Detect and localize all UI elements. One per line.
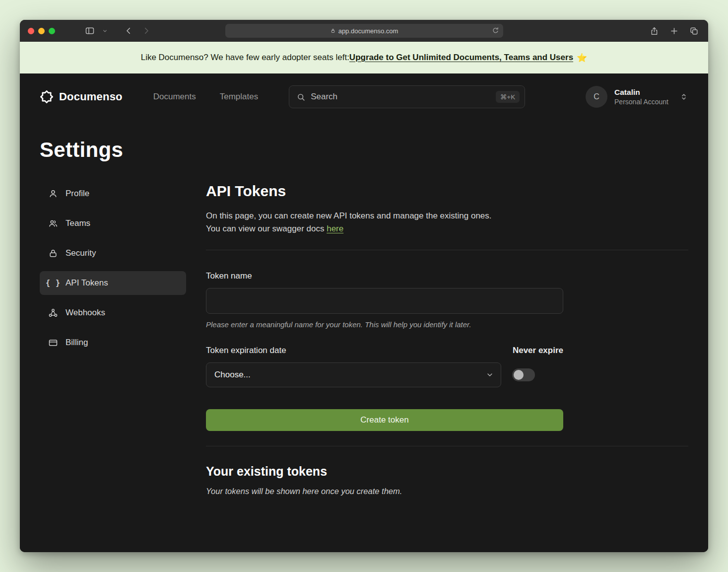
lock-icon bbox=[48, 248, 59, 258]
documenso-logo-icon bbox=[40, 90, 54, 104]
existing-tokens-empty-text: Your tokens will be shown here once you … bbox=[206, 487, 688, 496]
search-placeholder: Search bbox=[311, 92, 491, 102]
account-menu[interactable]: C Catalin Personal Account bbox=[586, 86, 688, 108]
toggle-knob bbox=[514, 370, 524, 380]
sidebar-item-webhooks[interactable]: Webhooks bbox=[40, 301, 186, 325]
users-icon bbox=[48, 218, 59, 228]
sidebar-item-label: Profile bbox=[66, 189, 89, 199]
chevrons-up-down-icon bbox=[679, 92, 688, 101]
sidebar-item-profile[interactable]: Profile bbox=[40, 182, 186, 206]
never-expire-label: Never expire bbox=[513, 346, 563, 356]
browser-window: app.documenso.com Like Documenso? We hav… bbox=[20, 20, 708, 552]
divider bbox=[206, 250, 688, 250]
api-tokens-panel: API Tokens On this page, you can create … bbox=[206, 182, 688, 496]
token-name-hint: Please enter a meaningful name for your … bbox=[206, 320, 688, 329]
settings-nav: Profile Teams Security { } API Token bbox=[40, 182, 186, 360]
tab-overview-icon[interactable] bbox=[687, 24, 700, 37]
sidebar-item-billing[interactable]: Billing bbox=[40, 331, 186, 355]
expiration-select-value: Choose... bbox=[214, 370, 251, 380]
page-title: Settings bbox=[40, 138, 688, 162]
existing-tokens-title: Your existing tokens bbox=[206, 464, 688, 479]
top-nav: Documents Templates bbox=[153, 92, 258, 102]
app-header: Documenso Documents Templates Search ⌘+K… bbox=[40, 73, 688, 120]
brand[interactable]: Documenso bbox=[40, 90, 123, 104]
never-expire-toggle[interactable] bbox=[512, 368, 535, 381]
tls-lock-icon bbox=[330, 28, 336, 34]
credit-card-icon bbox=[48, 338, 59, 348]
address-bar[interactable]: app.documenso.com bbox=[225, 24, 503, 38]
share-icon[interactable] bbox=[648, 24, 661, 37]
expiration-label: Token expiration date bbox=[206, 346, 286, 356]
section-description: On this page, you can create new API tok… bbox=[206, 210, 688, 235]
sidebar-item-security[interactable]: Security bbox=[40, 241, 186, 265]
forward-button[interactable] bbox=[140, 24, 153, 37]
sidebar-item-teams[interactable]: Teams bbox=[40, 212, 186, 235]
search-shortcut-badge: ⌘+K bbox=[496, 91, 520, 103]
minimize-button[interactable] bbox=[38, 28, 45, 34]
back-button[interactable] bbox=[122, 24, 135, 37]
search-icon bbox=[296, 92, 306, 102]
sidebar-item-label: Webhooks bbox=[66, 308, 105, 318]
banner-text: Like Documenso? We have few early adopte… bbox=[141, 53, 349, 63]
token-name-label: Token name bbox=[206, 271, 688, 281]
user-name: Catalin bbox=[614, 87, 668, 97]
zoom-button[interactable] bbox=[49, 28, 55, 34]
brand-name: Documenso bbox=[59, 90, 123, 103]
browser-titlebar: app.documenso.com bbox=[20, 20, 708, 42]
sidebar-item-api-tokens[interactable]: { } API Tokens bbox=[40, 271, 186, 295]
sidebar-chevron-icon[interactable] bbox=[101, 24, 108, 37]
upgrade-link[interactable]: Upgrade to Get Unlimited Documents, Team… bbox=[349, 53, 573, 63]
chevron-down-icon bbox=[486, 371, 494, 379]
section-title: API Tokens bbox=[206, 183, 688, 200]
user-icon bbox=[48, 189, 59, 199]
swagger-docs-link[interactable]: here bbox=[327, 224, 343, 233]
search-input[interactable]: Search ⌘+K bbox=[289, 85, 525, 108]
divider bbox=[206, 446, 688, 446]
sidebar-item-label: Billing bbox=[66, 338, 88, 348]
sidebar-toggle-icon[interactable] bbox=[83, 24, 96, 37]
traffic-lights bbox=[28, 20, 55, 42]
star-emoji: ⭐ bbox=[577, 53, 587, 63]
sidebar-item-label: Teams bbox=[66, 218, 90, 228]
token-name-input[interactable] bbox=[206, 288, 563, 314]
braces-icon: { } bbox=[48, 279, 59, 287]
new-tab-icon[interactable] bbox=[667, 24, 680, 37]
promo-banner: Like Documenso? We have few early adopte… bbox=[20, 42, 708, 73]
close-button[interactable] bbox=[28, 28, 34, 34]
expiration-select[interactable]: Choose... bbox=[206, 362, 501, 387]
webhook-icon bbox=[48, 308, 59, 318]
avatar: C bbox=[586, 86, 607, 108]
sidebar-item-label: Security bbox=[66, 248, 96, 258]
app-content: Documenso Documents Templates Search ⌘+K… bbox=[20, 73, 708, 552]
nav-documents[interactable]: Documents bbox=[153, 92, 196, 102]
sidebar-item-label: API Tokens bbox=[66, 278, 108, 288]
user-account-type: Personal Account bbox=[614, 97, 668, 106]
url-text: app.documenso.com bbox=[338, 27, 398, 35]
refresh-icon[interactable] bbox=[491, 26, 500, 35]
create-token-button[interactable]: Create token bbox=[206, 409, 563, 431]
nav-templates[interactable]: Templates bbox=[220, 92, 258, 102]
